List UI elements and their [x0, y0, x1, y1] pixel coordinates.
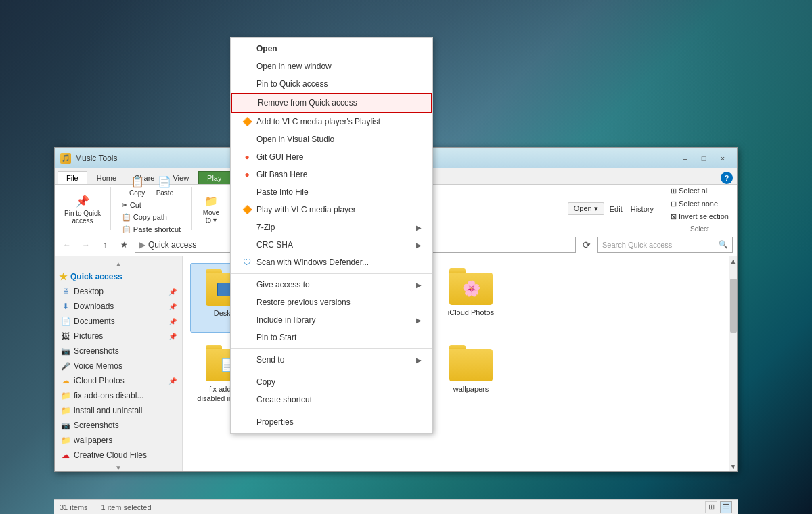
ctx-item-pin-quick-access[interactable]: Pin to Quick access [231, 75, 432, 93]
sidebar-item-downloads[interactable]: ⬇ Downloads 📌 [55, 299, 182, 314]
scroll-down-arrow[interactable]: ▼ [729, 463, 737, 471]
creative-cloud-icon: ☁ [60, 450, 71, 461]
folder-item-wallpapers[interactable]: wallpapers [434, 340, 508, 419]
downloads-pin-icon: 📌 [168, 303, 177, 310]
sidebar-creative-cloud-label: Creative Cloud Files [74, 450, 147, 460]
ctx-item-add-vlc[interactable]: 🔶 Add to VLC media player's Playlist [231, 113, 432, 131]
copy-path-button[interactable]: 📋 Copy path [119, 212, 183, 223]
folder-item-icloud-photos[interactable]: 🌸 iCloud Photos [434, 263, 508, 333]
ctx-item-7zip[interactable]: 7-Zip ▶ [231, 218, 432, 236]
ctx-item-create-shortcut[interactable]: Create shortcut [231, 391, 432, 408]
ctx-item-crc-sha[interactable]: CRC SHA ▶ [231, 236, 432, 254]
tab-home[interactable]: Home [88, 171, 125, 184]
remove-quick-access-icon [243, 97, 254, 108]
include-library-icon [242, 314, 252, 325]
ctx-item-paste-into-file[interactable]: Paste Into File [231, 183, 432, 201]
back-button[interactable]: ← [59, 237, 75, 253]
paste-into-file-icon [242, 187, 252, 197]
ctx-item-send-to[interactable]: Send to ▶ [231, 351, 432, 369]
sidebar-item-screenshots2[interactable]: 📷 Screenshots [55, 418, 182, 433]
cut-button[interactable]: ✂ Cut [119, 200, 183, 211]
open-button[interactable]: Open ▾ [568, 202, 604, 215]
recent-locations-button[interactable]: ★ [116, 237, 132, 253]
close-button[interactable]: × [714, 151, 731, 165]
titlebar-controls: – □ × [676, 151, 731, 165]
ctx-item-windows-defender[interactable]: 🛡 Scan with Windows Defender... [231, 254, 432, 271]
sidebar-item-install[interactable]: 📁 install and uninstall [55, 403, 182, 418]
sidebar-item-screenshots[interactable]: 📷 Screenshots [55, 344, 182, 358]
crc-sha-icon [242, 239, 252, 250]
maximize-button[interactable]: □ [695, 151, 713, 165]
open-icon [242, 43, 252, 54]
ctx-open-vs-label: Open in Visual Studio [256, 135, 334, 144]
ctx-open-label: Open [256, 44, 277, 53]
help-button[interactable]: ? [721, 172, 733, 184]
scroll-up-arrow[interactable]: ▲ [729, 256, 737, 265]
forward-button[interactable]: → [78, 237, 94, 253]
tab-play[interactable]: Play [198, 171, 230, 184]
sidebar-item-desktop[interactable]: 🖥 Desktop 📌 [55, 284, 182, 299]
sidebar-item-fix-addons[interactable]: 📁 fix add-ons disabl... [55, 388, 182, 403]
ctx-item-copy[interactable]: Copy [231, 373, 432, 391]
copy-icon: 📋 [129, 173, 145, 189]
sidebar-scroll-down[interactable]: ▼ [55, 463, 182, 471]
tab-file[interactable]: File [58, 171, 87, 184]
sidebar-item-pictures[interactable]: 🖼 Pictures 📌 [55, 329, 182, 344]
ctx-separator-4 [231, 411, 432, 411]
ctx-item-restore-versions[interactable]: Restore previous versions [231, 294, 432, 311]
copy-button[interactable]: 📋 Copy [125, 172, 150, 198]
invert-selection-button[interactable]: ⊠ Invert selection [668, 211, 731, 223]
ctx-restore-versions-label: Restore previous versions [256, 298, 351, 307]
ctx-item-open-new-window[interactable]: Open in new window [231, 57, 432, 75]
ctx-create-shortcut-label: Create shortcut [256, 395, 312, 404]
ctx-item-include-library[interactable]: Include in library ▶ [231, 311, 432, 329]
select-none-button[interactable]: ⊟ Select none [668, 198, 731, 210]
pin-to-quick-access-button[interactable]: 📌 Pin to Quickaccess [60, 192, 105, 226]
sidebar-item-voice-memos[interactable]: 🎤 Voice Memos [55, 358, 182, 373]
minimize-button[interactable]: – [676, 151, 694, 165]
view-grid-button[interactable]: ⊞ [705, 501, 717, 513]
edit-button[interactable]: Edit [607, 204, 625, 214]
refresh-button[interactable]: ⟳ [579, 237, 595, 253]
select-all-button[interactable]: ⊞ Select all [668, 185, 731, 197]
ctx-add-vlc-label: Add to VLC media player's Playlist [256, 117, 380, 126]
view-list-button[interactable]: ☰ [720, 501, 732, 513]
ctx-item-give-access[interactable]: Give access to ▶ [231, 276, 432, 294]
scroll-thumb[interactable] [730, 279, 737, 333]
open-new-window-icon [242, 61, 252, 72]
ctx-item-open[interactable]: Open [231, 40, 432, 57]
history-button[interactable]: History [628, 204, 656, 214]
ctx-item-play-vlc[interactable]: 🔶 Play with VLC media player [231, 201, 432, 218]
move-to-button[interactable]: 📁 Moveto ▾ [198, 191, 225, 225]
7zip-icon [242, 222, 252, 233]
ctx-crc-sha-label: CRC SHA [256, 240, 293, 250]
paste-button[interactable]: 📄 Paste [152, 172, 178, 198]
sidebar-voice-memos-label: Voice Memos [74, 361, 122, 371]
sidebar-item-wallpapers[interactable]: 📁 wallpapers [55, 433, 182, 448]
content-scrollbar[interactable]: ▲ ▼ [729, 256, 737, 471]
sidebar-item-creative-cloud[interactable]: ☁ Creative Cloud Files [55, 448, 182, 463]
ctx-properties-label: Properties [256, 417, 294, 427]
ctx-item-git-gui[interactable]: ● Git GUI Here [231, 148, 432, 166]
item-count: 31 items [60, 503, 88, 511]
ctx-item-properties[interactable]: Properties [231, 413, 432, 431]
ctx-item-git-bash[interactable]: ● Git Bash Here [231, 166, 432, 183]
up-button[interactable]: ↑ [97, 237, 113, 253]
sidebar-item-icloud-photos[interactable]: ☁ iCloud Photos 📌 [55, 373, 182, 388]
sidebar-item-quick-access[interactable]: ★ Quick access [55, 269, 182, 284]
ctx-item-open-vs[interactable]: Open in Visual Studio [231, 131, 432, 148]
ctx-copy-label: Copy [256, 377, 275, 387]
icloud-photos-folder-label: iCloud Photos [448, 308, 495, 317]
restore-versions-icon [242, 297, 252, 308]
ctx-open-new-window-label: Open in new window [256, 62, 332, 71]
downloads-folder-icon: ⬇ [60, 301, 71, 312]
search-box[interactable]: Search Quick access 🔍 [597, 237, 733, 253]
git-bash-icon: ● [242, 169, 252, 180]
ctx-item-pin-start[interactable]: Pin to Start [231, 329, 432, 346]
ctx-item-remove-quick-access[interactable]: Remove from Quick access [231, 93, 432, 113]
wallpapers-icon-large [449, 345, 493, 381]
sidebar-scroll-up[interactable]: ▲ [55, 259, 182, 269]
status-bar: 31 items 1 item selected ⊞ ☰ [54, 499, 738, 514]
sidebar-item-documents[interactable]: 📄 Documents 📌 [55, 314, 182, 329]
ctx-separator-1 [231, 273, 432, 274]
